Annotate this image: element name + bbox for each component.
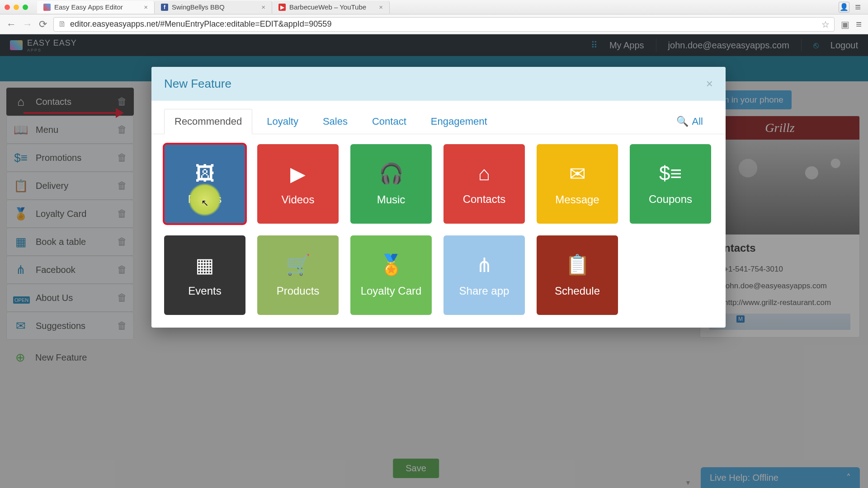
chrome-profile-button[interactable]: 👤 (839, 2, 849, 13)
forward-button[interactable]: → (23, 19, 33, 30)
tab-close-icon[interactable]: × (261, 3, 265, 11)
feature-label: Products (277, 285, 320, 297)
browser-tab[interactable]: ▶ BarbecueWeb – YouTube × (272, 1, 390, 14)
url-text: editor.easyeasyapps.net/#MenuEntryPlace:… (70, 19, 331, 29)
chrome-menu-icon[interactable]: ≡ (855, 1, 861, 13)
modal-tab[interactable]: Engagement (421, 109, 497, 134)
search-icon: 🔍 (676, 116, 689, 127)
browser-toolbar: ← → ⟳ 🗎 editor.easyeasyapps.net/#MenuEnt… (0, 14, 868, 34)
tab-label: SwingBellys BBQ (172, 3, 225, 11)
feature-label: Videos (282, 193, 315, 206)
feature-label: Loyalty Card (361, 285, 422, 297)
modal-title: New Feature (164, 77, 231, 91)
new-feature-modal: New Feature × RecommendedLoyaltySalesCon… (151, 67, 726, 328)
feature-tile[interactable]: 📋 Schedule (537, 235, 618, 315)
browser-tabstrip: Easy Easy Apps Editor ×f SwingBellys BBQ… (37, 0, 839, 14)
feature-tile[interactable]: 🛒 Products (257, 235, 339, 315)
feature-tile[interactable]: ⌂ Contacts (443, 144, 525, 224)
tab-label: Easy Easy Apps Editor (54, 3, 123, 11)
page-icon: 🗎 (58, 19, 66, 29)
back-button[interactable]: ← (6, 19, 16, 30)
feature-tile[interactable]: ▦ Events (164, 235, 245, 315)
feature-label: Events (188, 285, 221, 297)
feature-tile[interactable]: ▶ Videos (257, 144, 339, 224)
feature-tile[interactable]: $≡ Coupons (630, 144, 711, 224)
feature-icon: ▦ (195, 253, 214, 277)
close-icon[interactable]: × (706, 77, 713, 91)
feature-label: Message (555, 193, 599, 206)
favicon-icon (43, 4, 51, 11)
feature-label: Coupons (649, 193, 692, 206)
tab-close-icon[interactable]: × (379, 3, 383, 11)
close-window-icon[interactable] (5, 5, 10, 10)
feature-icon: 🏅 (379, 253, 404, 277)
address-bar[interactable]: 🗎 editor.easyeasyapps.net/#MenuEntryPlac… (53, 17, 835, 32)
feature-label: Music (377, 193, 406, 206)
modal-tab[interactable]: Recommended (164, 109, 252, 134)
zoom-window-icon[interactable] (23, 5, 28, 10)
browser-tab[interactable]: Easy Easy Apps Editor × (37, 1, 155, 14)
feature-icon: 📋 (565, 253, 590, 277)
feature-tile[interactable]: ✉ Message (537, 144, 618, 224)
feature-tile[interactable]: 🖼 Photos ↖ (164, 144, 245, 224)
feature-label: Photos (188, 193, 222, 206)
feature-label: Schedule (555, 285, 600, 297)
bookmark-star-icon[interactable]: ☆ (821, 19, 830, 30)
window-titlebar: Easy Easy Apps Editor ×f SwingBellys BBQ… (0, 0, 868, 14)
modal-tab[interactable]: Sales (313, 109, 358, 134)
favicon-icon: f (161, 4, 168, 11)
tab-close-icon[interactable]: × (144, 3, 148, 11)
modal-tabstrip: RecommendedLoyaltySalesContactEngagement… (151, 101, 726, 134)
feature-icon: 🎧 (379, 162, 404, 185)
feature-tile[interactable]: 🏅 Loyalty Card (350, 235, 432, 315)
present-icon[interactable]: ▣ (841, 19, 849, 30)
feature-tile[interactable]: 🎧 Music (350, 144, 432, 224)
reload-button[interactable]: ⟳ (39, 19, 47, 30)
feature-label: Contacts (463, 193, 506, 206)
feature-icon: ⋔ (476, 253, 493, 277)
browser-tab[interactable]: f SwingBellys BBQ × (155, 1, 272, 14)
feature-icon: ✉ (569, 162, 586, 185)
feature-grid: 🖼 Photos ↖▶ Videos🎧 Music⌂ Contacts✉ Mes… (151, 134, 726, 328)
feature-label: Share app (459, 285, 509, 297)
chrome-hamburger-icon[interactable]: ≡ (856, 19, 862, 30)
feature-icon: ⌂ (478, 162, 491, 185)
window-controls[interactable] (5, 5, 28, 10)
feature-tile[interactable]: ⋔ Share app (443, 235, 525, 315)
tab-label: BarbecueWeb – YouTube (289, 3, 366, 11)
minimize-window-icon[interactable] (14, 5, 19, 10)
feature-icon: $≡ (659, 162, 682, 185)
modal-tab[interactable]: Loyalty (257, 109, 308, 134)
modal-tab-all[interactable]: 🔍All (666, 109, 713, 134)
feature-icon: 🖼 (195, 162, 215, 185)
feature-icon: 🛒 (286, 253, 311, 277)
favicon-icon: ▶ (278, 4, 286, 11)
modal-tab[interactable]: Contact (362, 109, 416, 134)
feature-icon: ▶ (290, 162, 306, 185)
